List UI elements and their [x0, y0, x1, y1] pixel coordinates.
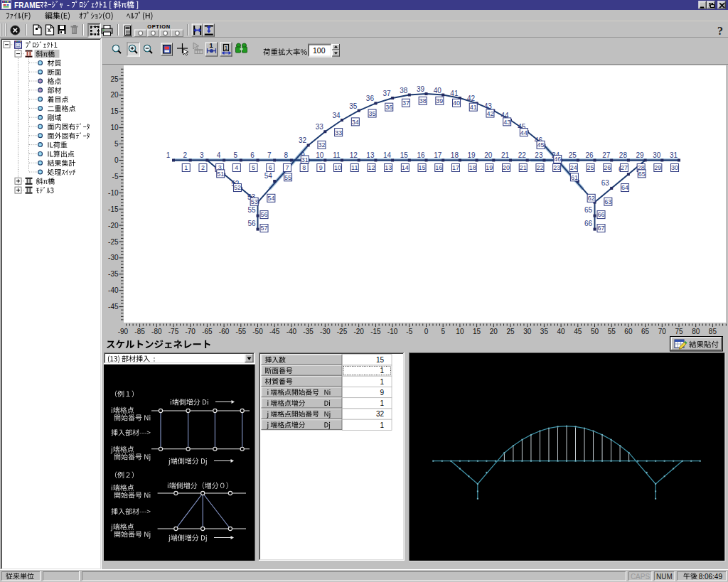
svg-text:52: 52: [234, 184, 241, 191]
svg-text:23: 23: [535, 151, 543, 159]
svg-text:25: 25: [569, 151, 577, 159]
svg-text:38: 38: [419, 97, 427, 104]
svg-text:40: 40: [557, 328, 566, 335]
svg-text:16: 16: [417, 151, 425, 159]
svg-text:85: 85: [709, 328, 717, 335]
svg-text:34: 34: [332, 112, 341, 119]
svg-text:20: 20: [490, 328, 498, 335]
svg-text:-40: -40: [108, 286, 119, 294]
svg-text:4: 4: [235, 164, 238, 171]
svg-text:10: 10: [110, 124, 119, 131]
svg-text:75: 75: [675, 328, 683, 335]
svg-text:65: 65: [638, 171, 646, 178]
svg-text:31: 31: [670, 151, 678, 159]
svg-text:10: 10: [334, 164, 341, 171]
svg-text:30: 30: [671, 164, 678, 171]
svg-text:-30: -30: [320, 328, 331, 335]
svg-text:65: 65: [584, 206, 593, 214]
svg-text:41: 41: [470, 104, 477, 111]
svg-text:8: 8: [302, 164, 306, 171]
svg-text:14: 14: [383, 151, 392, 159]
svg-text:66: 66: [584, 220, 593, 227]
svg-text:-25: -25: [108, 238, 119, 246]
svg-text:6: 6: [269, 164, 272, 171]
svg-text:-5: -5: [112, 173, 119, 180]
svg-text:66: 66: [597, 211, 604, 218]
svg-text:-25: -25: [337, 328, 348, 335]
svg-text:FRAME: FRAME: [14, 1, 41, 9]
svg-text:60: 60: [624, 328, 633, 335]
svg-text:46: 46: [554, 156, 561, 163]
svg-text:4: 4: [217, 151, 221, 159]
svg-text:1: 1: [166, 151, 171, 159]
svg-text:39: 39: [436, 97, 443, 104]
svg-text:-50: -50: [252, 328, 263, 335]
svg-text:45: 45: [574, 328, 582, 335]
svg-text:-70: -70: [185, 328, 196, 335]
svg-text:20: 20: [110, 91, 119, 99]
svg-text:7: 7: [285, 164, 289, 171]
svg-text:56: 56: [260, 211, 267, 218]
svg-text:32: 32: [299, 136, 307, 144]
svg-text:39: 39: [417, 85, 425, 93]
svg-text:29: 29: [654, 164, 661, 171]
svg-text:70: 70: [658, 328, 667, 335]
svg-text:35: 35: [349, 102, 358, 110]
svg-text:9: 9: [380, 389, 384, 397]
svg-text:-60: -60: [219, 328, 230, 335]
svg-text:8:06:49: 8:06:49: [699, 573, 723, 581]
svg-text:-35: -35: [303, 328, 314, 335]
svg-text:6: 6: [250, 151, 255, 159]
svg-text:9: 9: [319, 164, 323, 171]
svg-text:-5: -5: [406, 328, 412, 335]
svg-text:55: 55: [284, 174, 291, 181]
svg-text:5: 5: [441, 328, 445, 335]
svg-text:42: 42: [486, 110, 493, 117]
svg-text:56: 56: [247, 220, 256, 227]
svg-text:29: 29: [636, 151, 645, 159]
svg-text:55: 55: [608, 328, 616, 335]
svg-text:5: 5: [114, 140, 119, 148]
svg-text:18: 18: [451, 151, 459, 159]
svg-text:1: 1: [184, 164, 188, 171]
svg-text:25: 25: [110, 75, 119, 83]
svg-text:25: 25: [587, 164, 594, 171]
svg-text:15: 15: [419, 164, 426, 171]
svg-text:-85: -85: [134, 328, 145, 335]
svg-text:-20: -20: [108, 222, 119, 230]
svg-text:-10: -10: [387, 328, 398, 335]
svg-text:30: 30: [523, 328, 532, 335]
svg-text:-75: -75: [168, 328, 179, 335]
svg-text:-35: -35: [108, 270, 119, 278]
svg-text:37: 37: [383, 90, 392, 97]
svg-text:-20: -20: [353, 328, 364, 335]
svg-text:33: 33: [335, 129, 342, 136]
svg-text:34: 34: [352, 119, 359, 126]
svg-text:53: 53: [251, 198, 258, 205]
svg-text:22: 22: [518, 151, 527, 159]
svg-text:36: 36: [366, 95, 375, 102]
svg-text:27: 27: [621, 164, 628, 171]
svg-text:15: 15: [473, 328, 481, 335]
svg-text:42: 42: [467, 95, 476, 102]
svg-text:7: 7: [267, 151, 272, 159]
svg-text:16: 16: [435, 164, 442, 171]
svg-text:11: 11: [333, 151, 341, 159]
svg-text:-90: -90: [118, 328, 129, 335]
svg-text:1: 1: [380, 421, 384, 429]
svg-text:51: 51: [217, 171, 224, 178]
svg-text:14: 14: [402, 164, 409, 171]
svg-text:-10: -10: [108, 189, 119, 197]
svg-text:80: 80: [692, 328, 700, 335]
svg-text:67: 67: [597, 225, 604, 232]
svg-text:23: 23: [553, 164, 560, 171]
svg-text:-15: -15: [108, 205, 119, 213]
svg-text:1: 1: [380, 367, 384, 374]
svg-text:62: 62: [588, 195, 595, 202]
svg-text:28: 28: [619, 151, 628, 159]
svg-text:43: 43: [484, 102, 493, 110]
svg-text:31: 31: [301, 156, 309, 163]
svg-text:19: 19: [486, 164, 493, 171]
svg-text:OPTION: OPTION: [147, 23, 170, 30]
svg-text:38: 38: [400, 87, 408, 95]
